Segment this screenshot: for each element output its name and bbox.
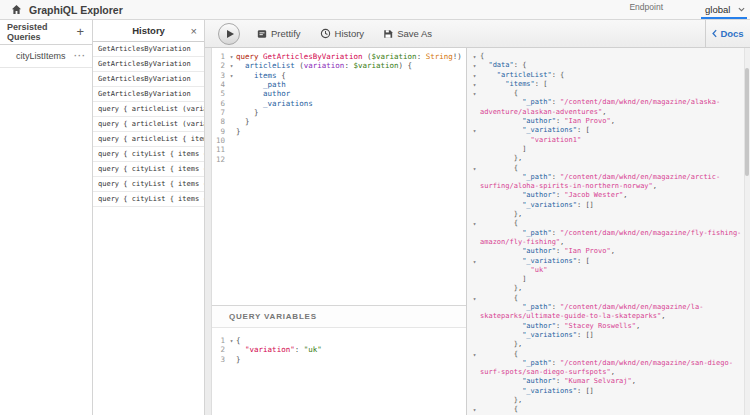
- history-item[interactable]: GetArticlesByVariation: [93, 87, 204, 102]
- line-number: 3: [212, 71, 227, 80]
- fold-toggle-icon[interactable]: ▾: [469, 164, 480, 173]
- history-item[interactable]: query { articleList (variati…: [93, 117, 204, 132]
- fold-spacer: [469, 377, 480, 386]
- endpoint-select[interactable]: global: [701, 1, 747, 19]
- persisted-query-item[interactable]: cityListItems ···: [0, 45, 92, 68]
- code-line: 3▾ items {: [212, 71, 466, 80]
- history-item[interactable]: query { cityList { items { _…: [93, 162, 204, 177]
- code-text: "uk": [480, 266, 547, 275]
- token: "variation": [245, 345, 295, 354]
- panel-resizer[interactable]: [205, 48, 212, 415]
- token: "items": [505, 80, 535, 88]
- token: [236, 71, 254, 80]
- token: {: [514, 294, 518, 302]
- code-text: _variations: [236, 99, 313, 108]
- token: {: [514, 350, 518, 358]
- close-icon[interactable]: ×: [191, 24, 197, 36]
- token: },: [514, 210, 522, 218]
- token: [480, 405, 514, 413]
- more-options-icon[interactable]: ···: [74, 51, 86, 61]
- scrollbar-thumb[interactable]: [745, 68, 749, 176]
- add-query-button[interactable]: +: [76, 27, 84, 37]
- token: [480, 377, 522, 385]
- query-editor[interactable]: 1▾query GetArticlesByVariation ($variati…: [212, 48, 466, 305]
- token: ) {: [399, 61, 413, 70]
- code-text: },: [480, 284, 522, 293]
- save-as-button[interactable]: Save As: [383, 28, 432, 39]
- fold-toggle-icon[interactable]: ▾: [469, 405, 480, 414]
- variables-editor[interactable]: 1▾{2 "variation": "uk"3}: [212, 328, 466, 415]
- token: "_variations": [522, 126, 577, 134]
- fold-toggle-icon[interactable]: ▾: [469, 126, 480, 135]
- fold-toggle-icon[interactable]: ▾: [469, 350, 480, 359]
- chevron-left-icon: [712, 29, 717, 38]
- fold-toggle-icon[interactable]: ▾: [227, 71, 236, 80]
- docs-toggle-button[interactable]: Docs: [705, 20, 750, 47]
- history-item[interactable]: query { cityList { items { _…: [93, 192, 204, 207]
- code-line: 7 }: [212, 108, 466, 117]
- query-variables-header[interactable]: QUERY VARIABLES: [212, 306, 466, 328]
- code-text: {: [480, 164, 518, 173]
- fold-toggle-icon[interactable]: ▾: [469, 89, 480, 98]
- history-button[interactable]: History: [320, 28, 365, 39]
- fold-toggle-icon[interactable]: ▾: [469, 294, 480, 303]
- fold-spacer: [469, 303, 480, 312]
- prettify-button[interactable]: Prettify: [257, 28, 301, 39]
- token: "_path": [522, 173, 552, 181]
- token: ,: [632, 377, 636, 385]
- token: variation: [304, 61, 345, 70]
- fold-toggle-icon[interactable]: ▾: [469, 257, 480, 266]
- fold-spacer: [469, 191, 480, 200]
- fold-toggle-icon[interactable]: ▾: [469, 71, 480, 80]
- token: : []: [577, 387, 594, 395]
- history-item[interactable]: query { articleList { items …: [93, 132, 204, 147]
- chevron-down-icon: [738, 7, 745, 12]
- fold-toggle-icon[interactable]: ▾: [469, 61, 480, 70]
- history-item[interactable]: query { cityList { items { _…: [93, 147, 204, 162]
- token: "Kumar Selvaraj": [564, 377, 631, 385]
- home-icon[interactable]: [11, 4, 22, 15]
- fold-toggle-icon[interactable]: ▾: [227, 336, 236, 345]
- code-line: ▾{: [469, 52, 742, 61]
- code-line: },: [469, 210, 742, 219]
- token: : [: [535, 80, 548, 88]
- code-text: "_variations": []: [480, 201, 594, 210]
- token: [480, 284, 514, 292]
- history-item[interactable]: query { articleList (variati…: [93, 102, 204, 117]
- token: [236, 117, 245, 126]
- fold-toggle-icon[interactable]: ▾: [469, 219, 480, 228]
- persisted-queries-panel: Persisted Queries + cityListItems ···: [0, 20, 93, 415]
- code-text: "_variations": []: [480, 331, 594, 340]
- history-item[interactable]: query { cityList { items { n…: [93, 177, 204, 192]
- token: {: [514, 89, 518, 97]
- fold-spacer: [227, 99, 236, 108]
- fold-toggle-icon[interactable]: ▾: [469, 52, 480, 61]
- code-line: 10: [212, 136, 466, 145]
- history-item[interactable]: GetArticlesByVariation: [93, 42, 204, 57]
- token: [236, 80, 263, 89]
- history-item[interactable]: GetArticlesByVariation: [93, 72, 204, 87]
- page-title: GraphiQL Explorer: [29, 4, 123, 16]
- history-item[interactable]: GetArticlesByVariation: [93, 57, 204, 72]
- token: _path: [263, 80, 286, 89]
- fold-spacer: [469, 238, 480, 247]
- token: "_path": [522, 303, 552, 311]
- code-line: ▾ "_variations": [: [469, 126, 742, 135]
- token: [480, 340, 514, 348]
- token: [480, 136, 531, 144]
- fold-toggle-icon[interactable]: ▾: [469, 80, 480, 89]
- result-viewer[interactable]: ▾{▾ "data": {▾ "articleList": {▾ "items"…: [467, 48, 750, 415]
- execute-query-button[interactable]: [218, 23, 240, 45]
- code-text: {: [480, 89, 518, 98]
- token: :: [552, 229, 560, 237]
- token: : [: [577, 257, 590, 265]
- token: ,: [611, 117, 615, 125]
- code-text: "_path": "/content/dam/wknd/en/magazine/…: [480, 303, 703, 312]
- code-text: "_path": "/content/dam/wknd/en/magazine/…: [480, 98, 720, 107]
- fold-toggle-icon[interactable]: ▾: [227, 61, 236, 70]
- code-text: }: [236, 108, 259, 117]
- fold-toggle-icon[interactable]: ▾: [227, 52, 236, 61]
- code-line: 8 }: [212, 117, 466, 126]
- code-text: articleList (variation: $variation) {: [236, 61, 412, 70]
- code-line: ▾ "_variations": [: [469, 257, 742, 266]
